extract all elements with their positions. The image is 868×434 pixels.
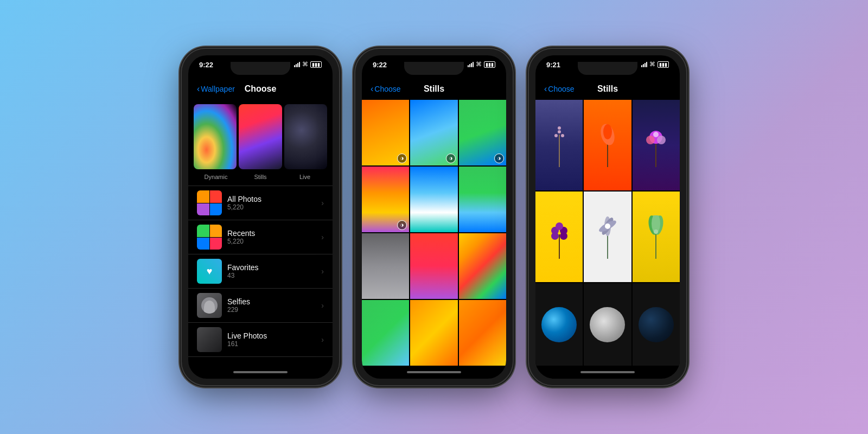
still-cell-10[interactable] (362, 300, 409, 366)
signal-icon-1 (294, 62, 300, 67)
still-cell-8[interactable] (410, 233, 457, 299)
svg-point-1 (558, 130, 561, 133)
flower-cell-2[interactable] (584, 100, 631, 190)
svg-point-18 (560, 232, 567, 240)
svg-point-16 (556, 222, 563, 230)
flower-cell-8[interactable] (584, 283, 631, 366)
album-name-favorites: Favorites (227, 263, 316, 272)
flower-grid (535, 100, 680, 366)
iphone-2-screen: 9:22 ⌘ ▮▮▮ ‹ Choose Stills (362, 55, 506, 379)
back-button-1[interactable]: ‹ Wallpaper (197, 84, 235, 94)
flower-cell-3[interactable] (633, 100, 680, 190)
still-cell-12[interactable] (459, 300, 506, 366)
chevron-left-icon-2: ‹ (371, 84, 373, 94)
notch-3 (578, 62, 637, 75)
still-cell-4[interactable]: ◑ (362, 167, 409, 232)
album-count-live: 161 (227, 340, 316, 348)
still-cell-5[interactable] (410, 167, 457, 232)
album-thumb-recents (197, 225, 222, 250)
back-label-2: Choose (374, 85, 400, 93)
album-item-all-photos[interactable]: All Photos 5,220 › (188, 186, 333, 220)
dynamic-preview[interactable] (194, 104, 237, 169)
flower-cell-7[interactable] (535, 283, 583, 366)
signal-icon-3 (641, 62, 647, 67)
flower-icon-5 (594, 215, 621, 259)
flower-icon-6 (642, 215, 669, 259)
album-item-live-photos[interactable]: Live Photos 161 › (188, 323, 333, 357)
flower-cell-5[interactable] (584, 192, 631, 282)
wp-label-stills: Stills (238, 174, 283, 180)
still-cell-7[interactable] (362, 233, 409, 299)
back-button-2[interactable]: ‹ Choose (371, 84, 401, 94)
back-label-1: Wallpaper (201, 85, 235, 93)
album-item-favorites[interactable]: ♥ Favorites 43 › (188, 254, 333, 289)
live-preview[interactable] (284, 104, 327, 169)
battery-icon-1: ▮▮▮ (310, 61, 322, 68)
album-item-recents[interactable]: Recents 5,220 › (188, 220, 333, 254)
chevron-left-icon-1: ‹ (197, 84, 200, 94)
still-cell-3[interactable]: ◑ (459, 100, 506, 165)
flower-cell-4[interactable] (535, 192, 583, 282)
stills-preview[interactable] (239, 104, 282, 169)
svg-point-4 (558, 126, 561, 130)
svg-point-10 (646, 136, 655, 144)
wp-labels: Dynamic Stills Live (188, 171, 333, 186)
dynamic-badge-4: ◑ (397, 220, 407, 230)
signal-icon-2 (468, 62, 474, 67)
album-info-favorites: Favorites 43 (227, 263, 316, 279)
flower-cell-6[interactable] (633, 192, 680, 282)
night-earth-sphere (639, 307, 674, 342)
svg-point-23 (605, 224, 610, 229)
flower-cell-9[interactable] (633, 283, 680, 366)
still-cell-9[interactable] (459, 233, 506, 299)
album-info-all-photos: All Photos 5,220 (227, 195, 316, 211)
svg-point-11 (657, 136, 666, 144)
album-info-selfies: Selfies 229 (227, 297, 316, 314)
nav-bar-3: ‹ Choose Stills (535, 78, 680, 100)
wp-label-dynamic: Dynamic (194, 174, 238, 180)
flower-icon-4 (546, 215, 573, 259)
nav-title-1: Choose (245, 84, 277, 94)
wallpaper-previews (188, 100, 333, 171)
album-name-recents: Recents (227, 229, 316, 238)
flower-icon-3 (642, 124, 669, 167)
home-indicator-3 (535, 366, 680, 379)
back-button-3[interactable]: ‹ Choose (544, 84, 575, 94)
dynamic-badge-3: ◑ (494, 154, 504, 163)
album-item-selfies[interactable]: Selfies 229 › (188, 289, 333, 323)
album-count-selfies: 229 (227, 306, 316, 314)
still-cell-1[interactable]: ◑ (362, 100, 409, 165)
svg-point-12 (653, 132, 659, 137)
chevron-icon-favorites: › (321, 267, 324, 276)
album-count-recents: 5,220 (227, 238, 316, 245)
nav-title-3: Stills (597, 84, 618, 94)
battery-icon-2: ▮▮▮ (484, 61, 495, 68)
nav-title-2: Stills (424, 84, 444, 94)
album-name-live: Live Photos (227, 331, 316, 340)
flower-cell-1[interactable] (535, 100, 583, 190)
notch-1 (231, 62, 290, 75)
status-icons-2: ⌘ ▮▮▮ (468, 61, 495, 68)
album-list: All Photos 5,220 › (188, 186, 333, 366)
chevron-icon-recents: › (321, 233, 324, 241)
svg-point-7 (603, 124, 612, 139)
album-count-favorites: 43 (227, 272, 316, 279)
album-thumb-favorites: ♥ (197, 259, 222, 284)
chevron-icon-live: › (321, 335, 324, 344)
moon-sphere (590, 307, 625, 342)
nav-bar-1: ‹ Wallpaper Choose (188, 78, 333, 100)
iphone-2: 9:22 ⌘ ▮▮▮ ‹ Choose Stills (355, 49, 513, 385)
iphone-1-screen: 9:22 ⌘ ▮▮▮ ‹ Wallpaper Choose (188, 55, 333, 379)
status-icons-3: ⌘ ▮▮▮ (641, 61, 669, 68)
time-2: 9:22 (373, 61, 387, 69)
still-cell-2[interactable]: ◑ (410, 100, 457, 165)
plant-icon-1 (548, 124, 570, 167)
album-count-all-photos: 5,220 (227, 203, 316, 211)
battery-icon-3: ▮▮▮ (658, 61, 669, 68)
back-label-3: Choose (548, 85, 574, 93)
still-cell-6[interactable] (459, 167, 506, 232)
flower-icon-2 (594, 124, 621, 167)
still-cell-11[interactable] (410, 300, 457, 366)
status-icons-1: ⌘ ▮▮▮ (294, 61, 322, 68)
iphone-1: 9:22 ⌘ ▮▮▮ ‹ Wallpaper Choose (182, 49, 339, 385)
